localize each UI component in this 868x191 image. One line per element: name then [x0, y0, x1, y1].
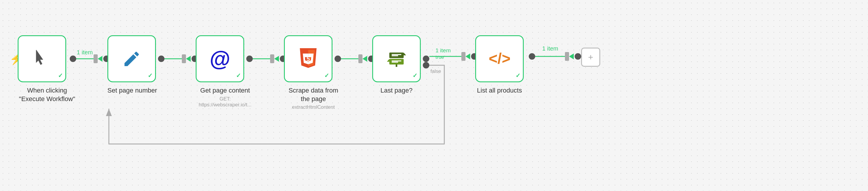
- at-icon: @: [210, 48, 230, 69]
- last-page-node[interactable]: ✓ Last page?: [372, 35, 421, 95]
- scrape-node[interactable]: 5 ✓ Scrape data from the page extractHtm…: [284, 35, 343, 110]
- add-node-button[interactable]: +: [581, 48, 600, 67]
- svg-marker-46: [387, 59, 389, 64]
- pencil-icon: [122, 49, 141, 69]
- get-content-node[interactable]: @ ✓ Get page content GET: https://webscr…: [196, 35, 254, 108]
- check-icon: ✓: [58, 72, 63, 79]
- list-products-node[interactable]: </> ✓ List all products: [475, 35, 524, 95]
- check-icon: ✓: [236, 72, 241, 79]
- cursor-icon: [33, 50, 51, 68]
- set-page-label: Set page number: [107, 86, 157, 95]
- svg-text:</>: </>: [489, 51, 510, 67]
- list-products-label: List all products: [475, 86, 524, 95]
- code-icon: </>: [489, 51, 510, 67]
- scrape-sublabel: extractHtmlContent: [284, 104, 343, 110]
- get-content-label: Get page content: [196, 86, 254, 95]
- get-content-sublabel: GET: https://webscraper.io/t...: [196, 96, 254, 108]
- sign-icon: [387, 49, 406, 69]
- check-icon: ✓: [324, 72, 329, 79]
- scrape-label: Scrape data from the page: [284, 86, 343, 103]
- check-icon: ✓: [412, 72, 417, 79]
- svg-text:5: 5: [307, 55, 310, 62]
- check-icon: ✓: [516, 72, 521, 79]
- trigger-node[interactable]: ⚡ ✓ When clicking "Execute Workflow": [18, 35, 76, 103]
- check-icon: ✓: [148, 72, 153, 79]
- set-page-node[interactable]: ✓ Set page number: [107, 35, 157, 95]
- trigger-label: When clicking "Execute Workflow": [18, 86, 76, 103]
- html5-icon: 5: [299, 48, 318, 70]
- svg-marker-44: [404, 52, 406, 58]
- last-page-label: Last page?: [372, 86, 421, 95]
